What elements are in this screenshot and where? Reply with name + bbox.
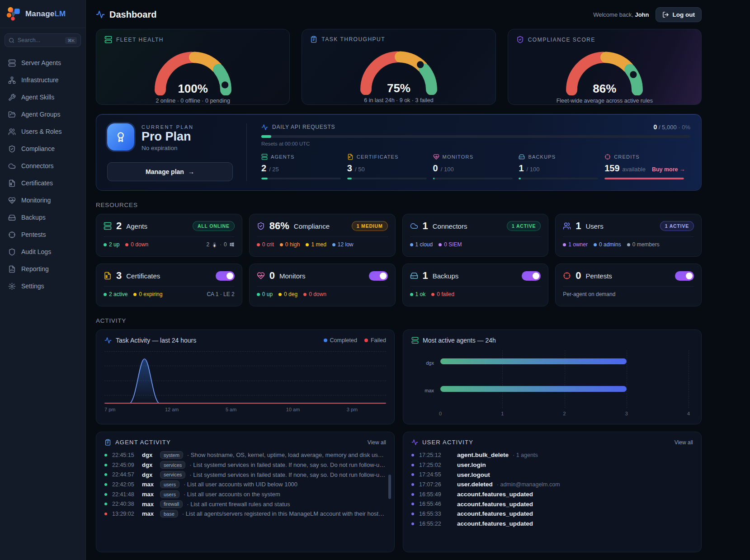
cloud-icon: [8, 162, 16, 170]
sidebar-item-server-agents[interactable]: Server Agents: [4, 54, 82, 71]
log-time: 22:45:15: [112, 452, 142, 458]
shield-icon: [8, 248, 16, 256]
card-title: FLEET HEALTH: [116, 37, 164, 43]
sidebar-item-monitoring[interactable]: Monitoring: [4, 192, 82, 209]
compliance-resource-card[interactable]: 86% Compliance 1 MEDIUM 0 crit 0 high 1 …: [249, 214, 396, 257]
status-badge: 1 ACTIVE: [507, 221, 541, 231]
pentests-toggle[interactable]: [675, 271, 694, 281]
file-chart-icon: [8, 265, 16, 273]
sidebar-item-audit-logs[interactable]: Audit Logs: [4, 243, 82, 260]
sidebar-item-label: Compliance: [21, 145, 55, 152]
task-throughput-card: TASK THROUGHPUT 75% 6 in last 24h · 9 ok…: [302, 29, 495, 105]
table-row[interactable]: 16:55:33 account.features_updated: [411, 509, 693, 519]
plan-award-tile: [107, 123, 134, 151]
activity-logs: AGENT ACTIVITY View all 22:45:15 dgx sys…: [96, 432, 702, 552]
failed-series-line: [104, 403, 386, 404]
sidebar-item-connectors[interactable]: Connectors: [4, 157, 82, 174]
monitors-resource-card[interactable]: 0 Monitors 0 up 0 deg 0 down: [249, 264, 396, 306]
folder-icon: [8, 111, 16, 118]
task-throughput-gauge: 75%: [351, 44, 446, 96]
table-row[interactable]: 22:41:48 max users · List all user accou…: [104, 489, 386, 499]
search-input-wrapper: ⌘K: [5, 33, 81, 47]
bar-label: dgx: [426, 360, 434, 366]
table-row[interactable]: 22:45:15 dgx system · Show hostname, OS,…: [104, 450, 386, 460]
pentests-resource-card[interactable]: 0 Pentests Per-agent on demand: [555, 264, 702, 306]
user-action: agent.bulk_delete: [457, 452, 509, 458]
table-row[interactable]: 22:42:05 max users · List all user accou…: [104, 480, 386, 489]
sidebar-item-agent-skills[interactable]: Agent Skills: [4, 89, 82, 106]
top-bar: Dashboard Welcome back, John Log out: [96, 0, 702, 29]
gauge-cards: FLEET HEALTH 100% 2 online · 0 offline ·…: [96, 29, 702, 105]
brand: ManageLM: [0, 0, 85, 28]
sidebar-item-certificates[interactable]: Certificates: [4, 174, 82, 192]
brand-logo-icon: [6, 6, 22, 22]
agent-name: dgx: [142, 471, 157, 478]
certificates-resource-card[interactable]: 3 Certificates 2 active 0 expiring CA 1 …: [96, 264, 242, 306]
activity-pulse-icon: [411, 439, 418, 446]
arrow-right-icon: →: [188, 168, 194, 175]
sidebar-item-label: Monitoring: [21, 197, 51, 204]
table-row[interactable]: 16:55:22 account.features_updated: [411, 519, 693, 529]
table-row[interactable]: 13:29:02 max base · List all agents/serv…: [104, 509, 386, 519]
connectors-resource-card[interactable]: 1 Connectors 1 ACTIVE 1 cloud 0 SIEM: [402, 214, 549, 257]
scrollbar[interactable]: [388, 475, 391, 499]
monitors-toggle[interactable]: [369, 271, 388, 281]
search-input[interactable]: [18, 37, 62, 43]
page-title: Dashboard: [109, 9, 156, 20]
view-all-link[interactable]: View all: [368, 439, 386, 446]
logout-button[interactable]: Log out: [656, 7, 702, 22]
sidebar-item-label: Server Agents: [21, 59, 61, 66]
view-all-link[interactable]: View all: [675, 439, 693, 446]
sidebar-item-settings[interactable]: Settings: [4, 278, 82, 295]
skill-tag: services: [160, 461, 185, 469]
users-resource-card[interactable]: 1 Users 1 ACTIVE 1 owner 0 admins 0 memb…: [555, 214, 702, 257]
connectors-count: 1: [423, 220, 428, 232]
sidebar-item-label: Agent Groups: [21, 111, 60, 118]
table-row[interactable]: 16:55:49 account.features_updated: [411, 489, 693, 499]
certificates-count: 3: [116, 270, 122, 282]
hard-drive-icon: [519, 154, 525, 160]
log-description: · List systemd services in failed state.…: [189, 461, 386, 468]
table-row[interactable]: 16:55:46 account.features_updated: [411, 499, 693, 509]
hard-drive-icon: [8, 214, 16, 221]
agents-resource-card[interactable]: 2 Agents ALL ONLINE 2 up 0 down 2 · 0: [96, 214, 242, 257]
table-row[interactable]: 17:07:26 user.deleted · admin@managelm.c…: [411, 480, 693, 489]
backups-resource-card[interactable]: 1 Backups 1 ok 0 failed: [402, 264, 549, 306]
api-requests-label: DAILY API REQUESTS: [272, 124, 335, 130]
skill-tag: users: [160, 490, 179, 498]
file-badge-icon: [104, 272, 112, 280]
manage-plan-label: Manage plan: [146, 168, 184, 175]
os-breakdown: 2 · 0: [206, 241, 234, 248]
sidebar-item-label: Agent Skills: [21, 94, 54, 101]
activity-pulse-icon: [96, 10, 105, 19]
certificates-toggle[interactable]: [216, 271, 235, 281]
skill-tag: services: [160, 471, 185, 479]
crosshair-icon: [8, 231, 16, 239]
sidebar-item-infrastructure[interactable]: Infrastructure: [4, 71, 82, 89]
table-row[interactable]: 22:44:57 dgx services · List systemd ser…: [104, 470, 386, 480]
table-row[interactable]: 17:25:02 user.login: [411, 460, 693, 470]
agents-count: 2: [116, 220, 122, 232]
log-description: · List systemd services in failed state.…: [189, 471, 386, 478]
sidebar-item-pentests[interactable]: Pentests: [4, 226, 82, 243]
sidebar-item-backups[interactable]: Backups: [4, 209, 82, 226]
plan-stat-agents: AGENTS 2/ 25: [261, 154, 347, 179]
buy-more-link[interactable]: Buy more →: [652, 166, 685, 173]
pentests-label: Pentests: [586, 272, 612, 280]
agent-activity-card: AGENT ACTIVITY View all 22:45:15 dgx sys…: [96, 432, 395, 552]
welcome-text: Welcome back, John: [593, 11, 649, 18]
sidebar-item-reporting[interactable]: Reporting: [4, 260, 82, 278]
table-row[interactable]: 22:45:09 dgx services · List systemd ser…: [104, 460, 386, 470]
log-title: AGENT ACTIVITY: [115, 439, 171, 446]
sidebar-item-compliance[interactable]: Compliance: [4, 140, 82, 157]
table-row[interactable]: 22:40:38 max firewall · List all current…: [104, 499, 386, 509]
sidebar-item-users-roles[interactable]: Users & Roles: [4, 123, 82, 140]
sidebar-nav: Server Agents Infrastructure Agent Skill…: [0, 52, 85, 296]
fleet-health-gauge: 100%: [146, 44, 241, 97]
sidebar-item-agent-groups[interactable]: Agent Groups: [4, 106, 82, 123]
backups-toggle[interactable]: [522, 271, 541, 281]
manage-plan-button[interactable]: Manage plan →: [107, 162, 233, 181]
activity-section-title: ACTIVITY: [96, 317, 702, 324]
table-row[interactable]: 17:25:12 agent.bulk_delete · 1 agents: [411, 450, 693, 460]
table-row[interactable]: 17:24:55 user.logout: [411, 470, 693, 480]
